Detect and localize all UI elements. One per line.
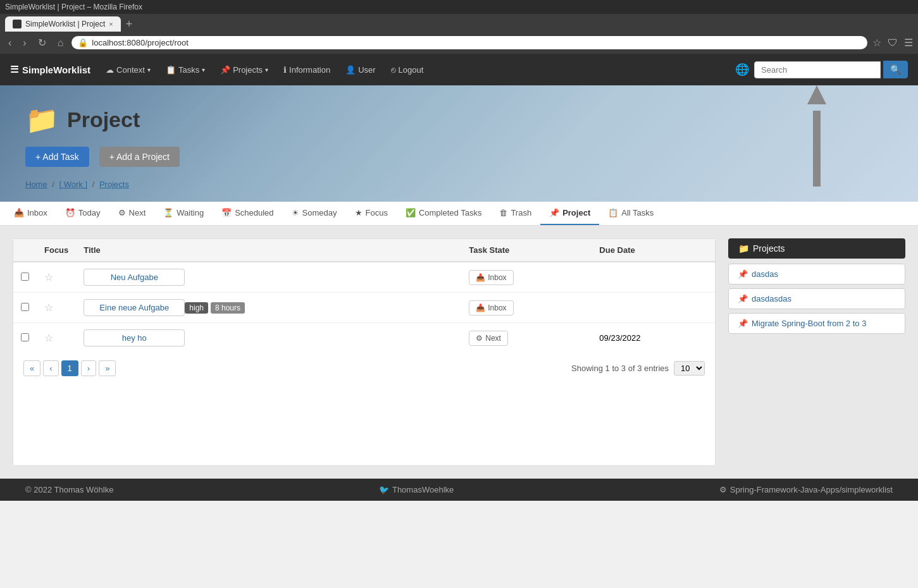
- row-state-btn-2[interactable]: ⚙Next: [469, 331, 508, 346]
- sidebar-projects-label: Projects: [753, 243, 785, 254]
- lock-icon: 🔒: [78, 38, 88, 47]
- hero-banner: 📁 Project + Add Task + Add a Project Hom…: [0, 85, 918, 202]
- tasks-icon: 📋: [166, 65, 176, 75]
- tabs-bar: 📥 Inbox ⏰ Today ⚙ Next ⏳ Waiting 📅 Sched…: [0, 202, 918, 226]
- tab-all-tasks-label: All Tasks: [621, 208, 654, 217]
- page-next-btn[interactable]: ›: [81, 360, 96, 376]
- row-checkbox-1[interactable]: [21, 303, 29, 311]
- sidebar-project-icon-0: 📌: [738, 269, 748, 279]
- back-button[interactable]: ‹: [5, 36, 15, 50]
- shield-icon[interactable]: 🛡: [888, 37, 898, 49]
- sidebar-project-migrate[interactable]: 📌 Migrate Spring-Boot from 2 to 3: [728, 313, 905, 334]
- address-bar[interactable]: 🔒 localhost:8080/project/root: [71, 36, 867, 49]
- task-table-area: Focus Title Task State Due Date ☆Neu Auf…: [13, 238, 716, 466]
- logout-label: Logout: [399, 65, 424, 75]
- focus-icon: ★: [355, 208, 363, 217]
- row-star-1[interactable]: ☆: [44, 302, 53, 313]
- row-state-btn-0[interactable]: 📥Inbox: [469, 270, 513, 285]
- hero-buttons: + Add Task + Add a Project: [25, 147, 893, 167]
- tab-next-label: Next: [129, 208, 146, 217]
- globe-icon[interactable]: 🌐: [735, 63, 749, 77]
- add-project-button[interactable]: + Add a Project: [99, 147, 180, 167]
- tab-today[interactable]: ⏰ Today: [56, 202, 109, 226]
- new-tab-button[interactable]: +: [126, 18, 133, 31]
- tab-project-label: Project: [562, 208, 590, 217]
- nav-tasks[interactable]: 📋 Tasks ▾: [159, 61, 211, 78]
- search-wrap: 🔍: [754, 61, 908, 78]
- tab-trash[interactable]: 🗑 Trash: [490, 202, 540, 226]
- brand-text: SimpleWorklist: [22, 64, 90, 75]
- search-input[interactable]: [754, 61, 881, 78]
- row-star-0[interactable]: ☆: [44, 272, 53, 283]
- page-prev-btn[interactable]: ‹: [43, 360, 58, 376]
- refresh-button[interactable]: ↻: [35, 35, 49, 50]
- breadcrumb-projects[interactable]: Projects: [99, 180, 129, 189]
- github-label: Spring-Framework-Java-Apps/simpleworklis…: [730, 485, 893, 494]
- menu-icon[interactable]: ☰: [904, 37, 913, 49]
- tab-waiting[interactable]: ⏳ Waiting: [154, 202, 213, 226]
- app-brand[interactable]: ☰ SimpleWorklist: [10, 64, 90, 75]
- nav-context[interactable]: ☁ Context ▾: [99, 61, 157, 78]
- tasks-label: Tasks: [178, 65, 199, 75]
- row-title-btn-2[interactable]: hey ho: [84, 329, 185, 346]
- sidebar-project-dasdas[interactable]: 📌 dasdas: [728, 264, 905, 285]
- row-checkbox-0[interactable]: [21, 273, 29, 281]
- bookmark-icon[interactable]: ☆: [872, 37, 881, 49]
- nav-projects[interactable]: 📌 Projects ▾: [214, 61, 275, 78]
- row-star-2[interactable]: ☆: [44, 333, 53, 343]
- tab-trash-label: Trash: [511, 208, 531, 217]
- logout-icon: ⎋: [391, 65, 396, 75]
- home-button[interactable]: ⌂: [54, 36, 67, 50]
- footer-twitter[interactable]: 🐦 ThomasWoehlke: [379, 485, 454, 494]
- add-task-button[interactable]: + Add Task: [25, 147, 89, 167]
- col-due-date: Due Date: [592, 239, 715, 262]
- breadcrumb-work[interactable]: [ Work ]: [59, 180, 88, 189]
- sidebar-project-label-2: Migrate Spring-Boot from 2 to 3: [752, 319, 866, 328]
- per-page-select[interactable]: 10 25 50: [674, 361, 705, 376]
- nav-logout[interactable]: ⎋ Logout: [385, 61, 430, 78]
- address-text: localhost:8080/project/root: [92, 38, 188, 47]
- sidebar-project-label-0: dasdas: [752, 269, 778, 279]
- footer-github[interactable]: ⚙ Spring-Framework-Java-Apps/simpleworkl…: [719, 485, 893, 494]
- sidebar-project-label-1: dasdasdas: [752, 294, 791, 303]
- row-state-btn-1[interactable]: 📥Inbox: [469, 300, 513, 315]
- tab-inbox[interactable]: 📥 Inbox: [5, 202, 56, 226]
- tab-all-tasks[interactable]: 📋 All Tasks: [599, 202, 662, 226]
- sidebar-project-icon-2: 📌: [738, 319, 748, 328]
- nav-user[interactable]: 👤 User: [339, 61, 381, 78]
- browser-tab-bar: SimpleWorklist | Project × +: [0, 14, 918, 32]
- projects-caret: ▾: [265, 66, 268, 73]
- search-button[interactable]: 🔍: [883, 61, 908, 78]
- breadcrumb-home[interactable]: Home: [25, 180, 47, 189]
- tab-next[interactable]: ⚙ Next: [109, 202, 155, 226]
- tab-completed[interactable]: ✅ Completed Tasks: [397, 202, 490, 226]
- tab-label: SimpleWorklist | Project: [25, 20, 105, 28]
- forward-button[interactable]: ›: [20, 36, 29, 50]
- browser-tab[interactable]: SimpleWorklist | Project ×: [5, 16, 121, 32]
- tab-completed-label: Completed Tasks: [419, 208, 481, 217]
- row-title-btn-0[interactable]: Neu Aufgabe: [84, 269, 185, 286]
- page-first-btn[interactable]: «: [23, 360, 40, 376]
- information-label: Information: [289, 65, 330, 75]
- footer-copyright: © 2022 Thomas Wöhlke: [25, 485, 113, 494]
- twitter-label: ThomasWoehlke: [392, 485, 454, 494]
- sidebar-project-dasdasdas[interactable]: 📌 dasdasdas: [728, 288, 905, 309]
- browser-titlebar: SimpleWorklist | Project – Mozilla Firef…: [0, 0, 918, 14]
- col-task-state: Task State: [461, 239, 592, 262]
- page-current-btn[interactable]: 1: [61, 360, 78, 376]
- tab-scheduled[interactable]: 📅 Scheduled: [213, 202, 282, 226]
- github-icon: ⚙: [719, 485, 727, 494]
- row-checkbox-2[interactable]: [21, 333, 29, 341]
- tab-close-btn[interactable]: ×: [109, 20, 113, 28]
- tab-project[interactable]: 📌 Project: [540, 202, 599, 226]
- sidebar-project-icon-1: 📌: [738, 294, 748, 303]
- browser-toolbar-icons: ☆ 🛡 ☰: [872, 37, 913, 49]
- nav-information[interactable]: ℹ Information: [277, 61, 337, 78]
- sidebar-projects-button[interactable]: 📁 Projects: [728, 238, 905, 259]
- tab-focus[interactable]: ★ Focus: [346, 202, 397, 226]
- tab-someday[interactable]: ☀ Someday: [283, 202, 346, 226]
- tab-someday-label: Someday: [302, 208, 337, 217]
- row-title-btn-1[interactable]: Eine neue Aufgabe: [84, 299, 185, 316]
- task-table: Focus Title Task State Due Date ☆Neu Auf…: [13, 239, 715, 353]
- page-last-btn[interactable]: »: [99, 360, 116, 376]
